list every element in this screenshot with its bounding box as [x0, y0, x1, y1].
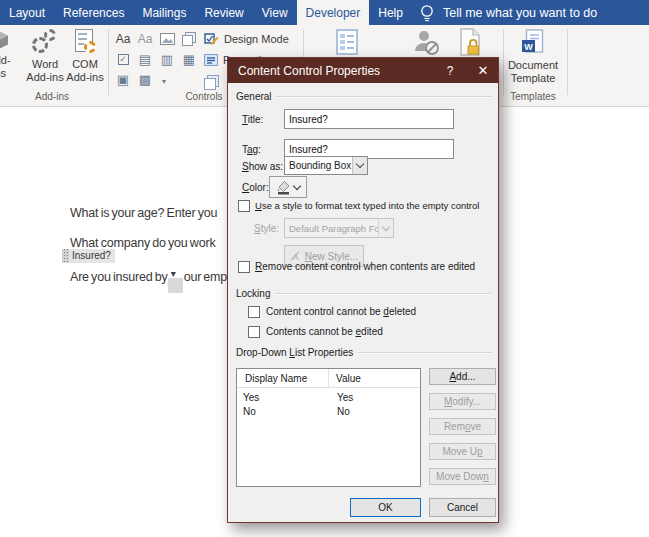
content-control-dropdown-arrow-icon: ▾ [171, 269, 176, 279]
cancel-button[interactable]: Cancel [429, 498, 496, 517]
doc-text-line-1: What is your age? Enter you [70, 206, 217, 220]
legacy-tools-dropdown-arrow[interactable]: ▾ [155, 74, 173, 89]
doc-text-line-3-start: Are you insured by [70, 270, 168, 284]
building-blocks-icon [182, 32, 196, 46]
move-up-button: Move Up [429, 443, 496, 460]
remove-button: Remove [429, 418, 496, 435]
xml-mapping-pane-button[interactable] [336, 29, 360, 59]
ddl-cell: Yes [329, 392, 353, 403]
svg-text:W: W [524, 42, 533, 52]
tab-help[interactable]: Help [369, 0, 412, 25]
ddl-list[interactable]: Display Name Value Yes Yes No No [236, 368, 421, 487]
legacy-tools-button[interactable]: ▩ [136, 72, 154, 87]
ddl-col-value: Value [329, 373, 361, 384]
color-label: Color: [242, 182, 269, 193]
gears-icon [32, 29, 58, 55]
content-control-tag-label: Insured? [69, 249, 115, 263]
document-template-button[interactable]: W Document Template [504, 29, 562, 85]
style-label: Style: [254, 223, 279, 234]
use-style-checkbox[interactable] [238, 200, 250, 212]
combo-box-control-button[interactable]: ▤ [136, 52, 154, 67]
dialog-title: Content Control Properties [238, 64, 380, 78]
add-button[interactable]: Add... [429, 368, 496, 385]
plain-text-control-button[interactable]: Aa [136, 31, 154, 46]
design-mode-label: Design Mode [224, 33, 289, 45]
picture-control-button[interactable] [158, 31, 176, 46]
new-style-icon: A [290, 251, 301, 262]
content-control-properties-dialog: Content Control Properties ? ✕ General T… [227, 57, 499, 523]
checkbox-icon: ✓ [118, 54, 129, 65]
ddl-section-label: Drop-Down List Properties [236, 347, 353, 358]
templates-group-label: Templates [504, 91, 562, 102]
style-dropdown: Default Paragraph Font [284, 218, 394, 238]
ddl-cell: Yes [237, 392, 329, 403]
style-dropdown-arrow-icon [378, 219, 393, 237]
rich-text-control-button[interactable]: Aa [114, 31, 132, 46]
modify-button: Modify... [429, 393, 496, 410]
date-picker-control-button[interactable]: ▦ [180, 52, 198, 67]
building-block-control-button[interactable] [180, 31, 198, 46]
ddl-cell: No [237, 406, 329, 417]
tab-review[interactable]: Review [195, 0, 252, 25]
title-field-input[interactable]: Insured? [284, 109, 454, 129]
ddl-cell: No [329, 406, 350, 417]
tag-field-label: Tag: [242, 144, 261, 155]
tab-layout[interactable]: Layout [0, 0, 54, 25]
ddl-section-header: Drop-Down List Properties [236, 347, 491, 358]
show-as-dropdown-arrow-icon[interactable] [352, 157, 367, 174]
tab-references[interactable]: References [54, 0, 133, 25]
new-style-label: New Style... [305, 251, 358, 262]
picture-icon [160, 33, 175, 45]
content-control-dropdown-box[interactable] [168, 278, 183, 293]
design-mode-icon [204, 31, 219, 46]
content-control-dropdown[interactable]: ▾ [168, 265, 184, 281]
repeating-section-control-button[interactable]: ▣ [114, 72, 132, 87]
tab-view[interactable]: View [253, 0, 297, 25]
com-addins-button[interactable]: COM Add-ins [61, 29, 109, 84]
group-separator [567, 29, 568, 95]
show-as-dropdown[interactable]: Bounding Box [284, 156, 368, 175]
cube-icon [0, 29, 10, 51]
ok-button[interactable]: OK [350, 498, 421, 517]
group-icon [204, 75, 219, 90]
ddl-list-header: Display Name Value [237, 369, 420, 388]
locking-section-label: Locking [236, 288, 270, 299]
lightbulb-icon [420, 3, 434, 23]
ddl-row-yes[interactable]: Yes Yes [237, 390, 420, 404]
tab-developer[interactable]: Developer [297, 0, 370, 25]
person-blocked-icon [412, 29, 440, 57]
remove-when-edited-label: Remove content control when contents are… [255, 261, 475, 272]
document-template-label: Document Template [504, 59, 562, 85]
dialog-help-button[interactable]: ? [435, 58, 465, 83]
dropdown-list-control-button[interactable]: ▥ [158, 52, 176, 67]
color-picker-button[interactable] [269, 176, 307, 198]
locking-section-header: Locking [236, 288, 491, 299]
tab-mailings[interactable]: Mailings [133, 0, 195, 25]
design-mode-button[interactable]: Design Mode [204, 31, 289, 46]
addins-group-label: Add-ins [0, 91, 104, 102]
tell-me-label: Tell me what you want to do [443, 6, 597, 20]
group-separator [108, 29, 109, 95]
properties-icon [204, 53, 218, 67]
general-section-header: General [236, 91, 491, 102]
show-as-value: Bounding Box [285, 157, 352, 174]
doc-text-line-3: Are you insured by ▾ our emp [70, 265, 227, 284]
general-section-label: General [236, 91, 272, 102]
cannot-delete-label: Content control cannot be deleted [266, 306, 416, 317]
content-control-tag[interactable]: Insured? [62, 249, 115, 263]
com-addins-label: COM Add-ins [61, 58, 109, 84]
checkbox-control-button[interactable]: ✓ [114, 52, 132, 67]
word-document-icon: W [521, 29, 545, 56]
ddl-col-display-name: Display Name [237, 369, 329, 387]
ddl-row-no[interactable]: No No [237, 404, 420, 418]
dialog-close-button[interactable]: ✕ [468, 58, 498, 83]
cannot-delete-checkbox[interactable] [248, 306, 260, 318]
title-field-label: Title: [242, 114, 263, 125]
cannot-edit-checkbox[interactable] [248, 326, 260, 338]
remove-when-edited-checkbox[interactable] [238, 261, 250, 273]
tell-me-box[interactable]: Tell me what you want to do [420, 0, 597, 25]
doc-text-line-3-end: our emp [184, 270, 227, 284]
com-addins-icon [73, 29, 97, 55]
content-control-drag-handle[interactable] [62, 249, 69, 263]
ribbon-tab-bar: Layout References Mailings Review View D… [0, 0, 649, 25]
